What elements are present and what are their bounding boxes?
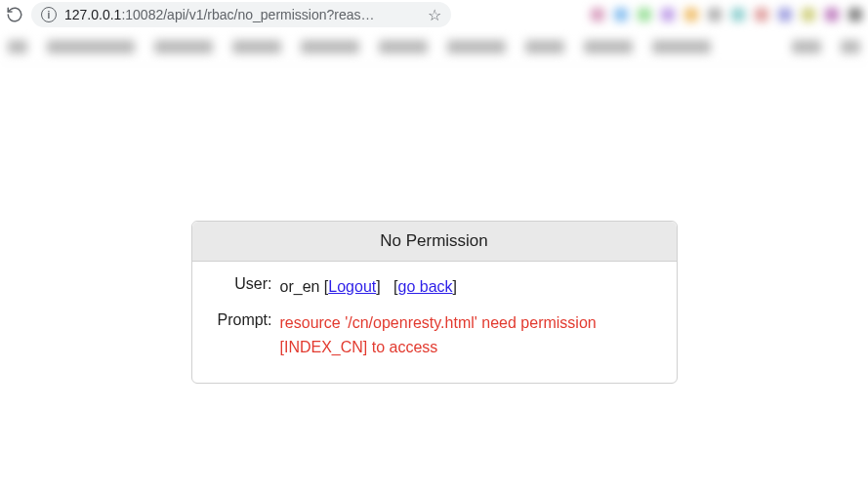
reload-icon[interactable] <box>6 6 23 23</box>
extension-icons-blurred <box>459 8 862 21</box>
bookmark-bar-blurred <box>0 29 868 64</box>
url-text: 127.0.0.1:10082/api/v1/rbac/no_permissio… <box>64 7 420 22</box>
panel-body: User: or_en [Logout] [go back] Prompt: r… <box>192 262 677 383</box>
go-back-link[interactable]: go back <box>397 278 452 295</box>
address-bar[interactable]: i 127.0.0.1:10082/api/v1/rbac/no_permiss… <box>31 2 451 27</box>
panel-title: No Permission <box>192 222 677 262</box>
user-value-cell: or_en [Logout] [go back] <box>280 275 659 300</box>
prompt-message: resource '/cn/openresty.html' need permi… <box>280 311 659 360</box>
no-permission-panel: No Permission User: or_en [Logout] [go b… <box>191 221 678 384</box>
prompt-label: Prompt: <box>210 311 280 329</box>
bookmark-star-icon[interactable]: ☆ <box>428 6 441 24</box>
username: or_en <box>280 278 320 295</box>
site-info-icon[interactable]: i <box>41 7 57 22</box>
url-host: 127.0.0.1 <box>64 7 121 22</box>
logout-link[interactable]: Logout <box>328 278 376 295</box>
browser-toolbar: i 127.0.0.1:10082/api/v1/rbac/no_permiss… <box>0 0 868 29</box>
url-rest: :10082/api/v1/rbac/no_permission?reas… <box>121 7 374 22</box>
user-row: User: or_en [Logout] [go back] <box>210 275 659 300</box>
prompt-row: Prompt: resource '/cn/openresty.html' ne… <box>210 311 659 360</box>
user-label: User: <box>210 275 280 293</box>
page-content: No Permission User: or_en [Logout] [go b… <box>0 64 868 384</box>
